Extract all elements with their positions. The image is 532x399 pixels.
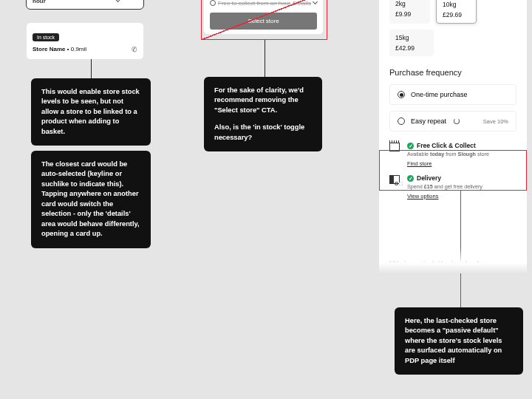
radio-unselected	[398, 117, 405, 125]
freq-one-time[interactable]: One-time purchase	[389, 84, 516, 105]
chevron-down-icon	[115, 0, 120, 2]
size-options-row: × 2kg £9.99 10kg £29.69	[389, 0, 516, 24]
radio-selected	[398, 91, 405, 98]
annotation-3: For the sake of clarity, we'd recommend …	[204, 77, 322, 151]
details-toggle[interactable]: Details	[114, 0, 137, 4]
size-option-10kg[interactable]: 10kg £29.69	[436, 0, 477, 24]
annotation-4: Here, the last-checked store becomes a "…	[395, 307, 523, 375]
phone-icon[interactable]: ✆	[132, 46, 137, 53]
red-strike	[201, 0, 327, 40]
instock-badge: In stock	[33, 33, 59, 41]
size-option-15kg[interactable]: 15kg £42.99	[389, 30, 434, 56]
freq-easy-repeat[interactable]: Easy repeat Save 10%	[389, 111, 516, 132]
store-card-bottom[interactable]: In stock Store Name • 0.9mil ✆	[26, 22, 144, 60]
size-option-2kg[interactable]: 2kg £9.99	[389, 0, 430, 24]
view-options-link[interactable]: View options	[407, 193, 438, 200]
frequency-heading: Purchase frequency	[389, 68, 516, 77]
fade-overlay	[379, 248, 527, 273]
connector-line-2	[265, 40, 265, 77]
annotation-1: This would enable store stock levels to …	[31, 78, 151, 146]
tick-icon: ✓	[407, 143, 414, 149]
collect-text: Free to collect from an hour	[33, 0, 114, 4]
connector-line-1	[91, 59, 92, 78]
store-name-line: Store Name • 0.9mil ✆	[33, 46, 137, 52]
annotation-2: The closest card would be auto-selected …	[31, 151, 151, 248]
save-badge: Save 10%	[483, 118, 508, 125]
store-card-top: Free to collect from an hour Details	[26, 0, 144, 10]
refresh-icon	[454, 118, 460, 124]
red-highlight-click-collect	[379, 150, 527, 191]
pdp-panel: Size × 2kg £9.99 10kg £29.69 15kg £42.99…	[379, 0, 527, 273]
